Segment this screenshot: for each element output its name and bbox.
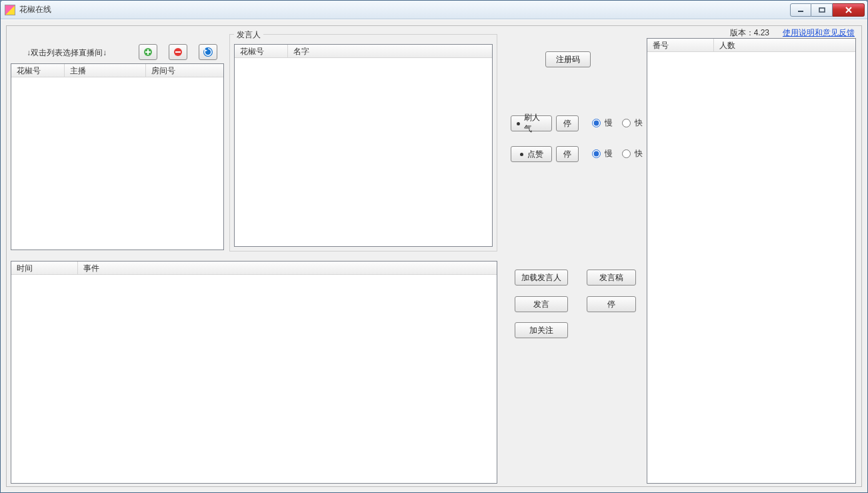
col-id[interactable]: 番号 xyxy=(647,39,714,51)
svg-rect-0 xyxy=(798,11,803,12)
script-button[interactable]: 发言稿 xyxy=(587,270,636,286)
like-button[interactable]: 点赞 xyxy=(511,146,552,162)
popularity-stop-button[interactable]: 停 xyxy=(556,115,579,131)
minimize-icon xyxy=(797,7,804,13)
like-fast-radio[interactable] xyxy=(622,149,631,158)
broadcast-list-header: 花椒号 主播 房间号 xyxy=(11,64,223,77)
col-count[interactable]: 人数 xyxy=(714,39,855,51)
main-panel: 版本：4.23 使用说明和意见反馈 ↓双击列表选择直播间↓ 花椒号 主播 房间号 xyxy=(6,25,862,487)
refresh-button[interactable] xyxy=(199,44,217,60)
event-list[interactable]: 时间 事件 xyxy=(11,261,497,484)
col-room-id[interactable]: 房间号 xyxy=(146,64,223,77)
add-icon xyxy=(143,47,153,57)
client-area: 版本：4.23 使用说明和意见反馈 ↓双击列表选择直播间↓ 花椒号 主播 房间号 xyxy=(1,19,867,492)
popularity-button[interactable]: 刷人气 xyxy=(511,115,552,131)
svg-rect-1 xyxy=(819,8,825,12)
like-slow-radio[interactable] xyxy=(592,149,601,158)
popularity-label: 刷人气 xyxy=(524,112,546,135)
col-speaker-name[interactable]: 名字 xyxy=(288,45,492,57)
speak-button[interactable]: 发言 xyxy=(515,296,568,312)
popularity-speed-group: 慢 快 xyxy=(585,117,643,129)
slow-label: 慢 xyxy=(605,117,613,129)
status-dot-icon xyxy=(520,153,523,156)
status-dot-icon xyxy=(517,122,520,125)
fast-label: 快 xyxy=(635,117,643,129)
titlebar: 花椒在线 xyxy=(1,1,867,19)
register-code-button[interactable]: 注册码 xyxy=(545,51,591,67)
popularity-fast-radio[interactable] xyxy=(622,119,631,127)
svg-rect-4 xyxy=(175,51,181,53)
speaker-group-title: 发言人 xyxy=(234,29,263,41)
col-event[interactable]: 事件 xyxy=(78,262,497,274)
remove-icon xyxy=(173,47,183,57)
window-controls xyxy=(790,3,865,17)
like-speed-group: 慢 快 xyxy=(585,148,643,159)
app-window: 花椒在线 版本：4.23 使用说明和意见反馈 ↓双击列表选择直播间↓ xyxy=(0,0,868,493)
speaker-list-header: 花椒号 名字 xyxy=(235,45,492,58)
right-list-header: 番号 人数 xyxy=(647,39,855,52)
instruction-label: ↓双击列表选择直播间↓ xyxy=(27,47,107,59)
app-icon xyxy=(5,5,15,15)
speaker-groupbox: 发言人 花椒号 名字 xyxy=(229,34,497,252)
popularity-slow-radio[interactable] xyxy=(592,119,601,127)
slow-label: 慢 xyxy=(605,148,613,159)
close-button[interactable] xyxy=(833,3,865,17)
col-anchor[interactable]: 主播 xyxy=(65,64,146,77)
broadcast-list[interactable]: 花椒号 主播 房间号 xyxy=(11,63,224,250)
col-time[interactable]: 时间 xyxy=(11,262,78,274)
like-stop-button[interactable]: 停 xyxy=(556,146,579,162)
col-huajiao-id[interactable]: 花椒号 xyxy=(11,64,65,77)
maximize-button[interactable] xyxy=(811,3,833,17)
like-label: 点赞 xyxy=(527,149,543,160)
follow-button[interactable]: 加关注 xyxy=(515,322,568,338)
refresh-icon xyxy=(203,47,213,57)
window-title: 花椒在线 xyxy=(19,4,51,15)
minimize-button[interactable] xyxy=(790,3,811,17)
event-list-header: 时间 事件 xyxy=(11,262,497,275)
help-link[interactable]: 使用说明和意见反馈 xyxy=(783,27,855,39)
speak-stop-button[interactable]: 停 xyxy=(587,296,636,312)
maximize-icon xyxy=(819,7,825,13)
col-speaker-huajiao[interactable]: 花椒号 xyxy=(235,45,288,57)
load-speakers-button[interactable]: 加载发言人 xyxy=(515,270,568,286)
speaker-list[interactable]: 花椒号 名字 xyxy=(234,44,493,247)
add-button[interactable] xyxy=(139,44,157,60)
remove-button[interactable] xyxy=(169,44,187,60)
close-icon xyxy=(845,7,853,13)
right-list[interactable]: 番号 人数 xyxy=(647,38,856,484)
version-label: 版本：4.23 xyxy=(730,27,769,39)
fast-label: 快 xyxy=(635,148,643,159)
